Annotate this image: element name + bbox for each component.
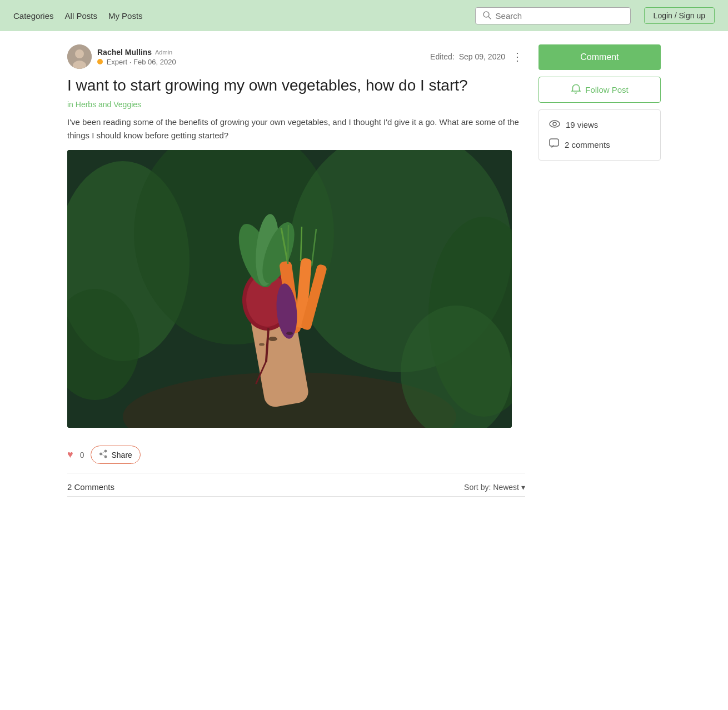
nav-links: Categories All Posts My Posts <box>13 11 462 21</box>
actions-row: ♥ 0 Share <box>67 446 525 473</box>
more-options-button[interactable]: ⋮ <box>510 50 525 63</box>
views-count: 19 views <box>566 120 598 129</box>
comments-count: 2 Comments <box>67 482 114 492</box>
chevron-down-icon: ▾ <box>521 483 525 492</box>
comments-header: 2 Comments Sort by: Newest ▾ <box>67 482 525 492</box>
navigation: Categories All Posts My Posts Login / Si… <box>0 0 728 31</box>
stats-box: 19 views 2 comments <box>538 109 661 161</box>
post-column: Rachel Mullins Admin Expert · Feb 06, 20… <box>67 44 525 497</box>
author-role: Expert <box>107 58 128 66</box>
comment-icon <box>549 138 559 151</box>
sort-by[interactable]: Sort by: Newest ▾ <box>464 483 525 492</box>
author-meta: Expert · Feb 06, 2020 <box>97 58 176 66</box>
svg-point-27 <box>268 337 277 341</box>
svg-point-32 <box>550 121 560 127</box>
edited-label: Edited: <box>430 52 455 61</box>
svg-point-29 <box>259 343 265 346</box>
svg-point-3 <box>75 49 84 58</box>
svg-point-33 <box>553 122 556 126</box>
post-category[interactable]: in Herbs and Veggies <box>67 100 525 109</box>
author-date: Feb 06, 2020 <box>133 58 176 66</box>
comment-button[interactable]: Comment <box>538 44 661 70</box>
svg-rect-34 <box>550 139 559 146</box>
follow-post-button[interactable]: Follow Post <box>538 77 661 103</box>
post-image <box>67 150 512 428</box>
eye-icon <box>549 119 560 131</box>
author-right: Edited: Sep 09, 2020 ⋮ <box>430 50 525 63</box>
edited-date: Sep 09, 2020 <box>459 52 505 61</box>
sort-value: Newest <box>493 483 519 492</box>
sidebar: Comment Follow Post 19 views <box>538 44 661 497</box>
expert-dot-icon <box>97 59 103 64</box>
login-signup-button[interactable]: Login / Sign up <box>644 7 715 24</box>
author-info: Rachel Mullins Admin Expert · Feb 06, 20… <box>97 48 176 66</box>
search-icon <box>482 11 491 21</box>
search-input[interactable] <box>496 11 624 21</box>
author-row: Rachel Mullins Admin Expert · Feb 06, 20… <box>67 44 525 69</box>
author-badge: Admin <box>155 49 172 56</box>
follow-post-label: Follow Post <box>585 85 629 94</box>
avatar <box>67 44 92 69</box>
comments-count-stat: 2 comments <box>565 140 610 149</box>
comments-row: 2 comments <box>549 138 650 151</box>
like-button[interactable]: ♥ <box>67 449 73 461</box>
share-button[interactable]: Share <box>91 446 140 464</box>
svg-point-28 <box>286 332 293 335</box>
nav-categories[interactable]: Categories <box>13 11 54 21</box>
author-date-separator: · <box>129 58 133 66</box>
nav-my-posts[interactable]: My Posts <box>108 11 143 21</box>
author-name: Rachel Mullins <box>97 48 152 57</box>
post-body: I've been reading some of the benefits o… <box>67 116 525 142</box>
heart-icon: ♥ <box>67 449 73 461</box>
share-label: Share <box>111 451 132 459</box>
author-left: Rachel Mullins Admin Expert · Feb 06, 20… <box>67 44 176 69</box>
search-box[interactable] <box>475 7 631 24</box>
svg-line-1 <box>488 17 491 19</box>
share-icon <box>99 449 108 460</box>
nav-all-posts[interactable]: All Posts <box>65 11 97 21</box>
views-row: 19 views <box>549 119 650 131</box>
sort-label: Sort by: <box>464 483 491 492</box>
post-title: I want to start growing my own vegetable… <box>67 76 525 96</box>
bell-icon <box>571 84 581 96</box>
page-layout: Rachel Mullins Admin Expert · Feb 06, 20… <box>58 31 670 510</box>
svg-line-21 <box>288 225 288 264</box>
comments-divider <box>67 496 525 497</box>
like-count: 0 <box>80 451 84 459</box>
